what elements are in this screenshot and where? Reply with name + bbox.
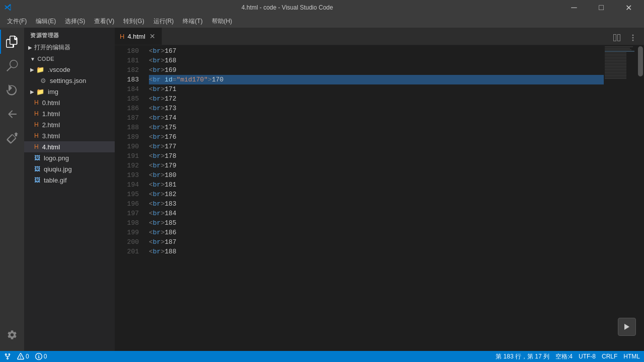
code-line-191: <br>178 [149, 151, 604, 161]
line-num-192: 192 [115, 161, 139, 170]
spaces-item[interactable]: 空格:4 [555, 352, 573, 361]
file-1html-label: 1.html [42, 110, 60, 118]
line-num-194: 194 [115, 180, 139, 190]
menu-edit[interactable]: 编辑(E) [32, 16, 60, 27]
sidebar: 资源管理器 ▶ 打开的编辑器 ▼ CODE ▶ 📁 .vscode ⚙ sett… [24, 28, 115, 351]
code-editor[interactable]: 180 181 182 183 184 185 186 187 188 189 … [115, 45, 644, 351]
scrollbar-thumb[interactable] [638, 46, 643, 76]
code-line-199: <br>186 [149, 228, 604, 237]
errors-item[interactable]: 0 [17, 353, 29, 360]
cursor-position-item[interactable]: 第 183 行，第 17 列 [496, 352, 549, 361]
file-2html-label: 2.html [42, 121, 60, 129]
line-num-185: 185 [115, 94, 139, 104]
code-line-200: <br>187 [149, 237, 604, 247]
sidebar-item-img[interactable]: ▶ 📁 img [24, 86, 115, 97]
menu-view[interactable]: 查看(V) [90, 16, 118, 27]
code-line-195: <br>182 [149, 190, 604, 199]
line-ending-item[interactable]: CRLF [602, 353, 617, 360]
code-section[interactable]: ▼ CODE [24, 54, 115, 64]
menu-help[interactable]: 帮助(H) [208, 16, 236, 27]
more-actions-icon[interactable] [626, 31, 640, 45]
warnings-item[interactable]: 0 [35, 353, 47, 360]
main-layout: 资源管理器 ▶ 打开的编辑器 ▼ CODE ▶ 📁 .vscode ⚙ sett… [0, 28, 644, 351]
chevron-right-icon: ▶ [30, 67, 34, 72]
run-button[interactable] [618, 318, 636, 336]
sidebar-item-4html[interactable]: H 4.html [24, 141, 115, 152]
open-editors-section[interactable]: ▶ 打开的编辑器 [24, 41, 115, 54]
activity-source-control-icon[interactable] [0, 78, 24, 102]
menu-select[interactable]: 选择(S) [61, 16, 89, 27]
vscode-folder-label: .vscode [48, 66, 70, 73]
activity-search-icon[interactable] [0, 54, 24, 78]
menu-goto[interactable]: 转到(G) [119, 16, 148, 27]
line-num-196: 196 [115, 199, 139, 209]
line-num-198: 198 [115, 218, 139, 228]
maximize-button[interactable]: □ [590, 0, 613, 15]
activity-extensions-icon[interactable] [0, 126, 24, 150]
errors-count: 0 [26, 353, 29, 360]
sidebar-item-1html[interactable]: H 1.html [24, 108, 115, 119]
line-num-195: 195 [115, 190, 139, 199]
code-line-185: <br>172 [149, 94, 604, 104]
chevron-right-icon: ▶ [30, 89, 34, 95]
status-bar: 0 0 第 183 行，第 17 列 空格:4 UTF-8 CRLF HTML [0, 351, 644, 362]
code-line-180: <br>167 [149, 46, 604, 56]
code-line-201: <br>188 [149, 247, 604, 256]
code-lines[interactable]: <br>167 <br>168 <br>169 <br id="mid170">… [145, 45, 604, 351]
menu-terminal[interactable]: 终端(T) [179, 16, 206, 27]
sidebar-item-settings[interactable]: ⚙ settings.json [24, 75, 115, 86]
sidebar-item-logo[interactable]: 🖼 logo.png [24, 152, 115, 163]
vertical-scrollbar[interactable] [637, 45, 644, 351]
activity-debug-icon[interactable] [0, 102, 24, 126]
file-tree: ▶ 📁 .vscode ⚙ settings.json ▶ 📁 img H 0.… [24, 64, 115, 351]
line-num-188: 188 [115, 123, 139, 132]
status-bar-right: 第 183 行，第 17 列 空格:4 UTF-8 CRLF HTML [496, 352, 640, 361]
sidebar-item-2html[interactable]: H 2.html [24, 119, 115, 130]
right-panel [604, 45, 644, 351]
sidebar-item-vscode[interactable]: ▶ 📁 .vscode [24, 64, 115, 75]
close-button[interactable]: ✕ [617, 0, 640, 15]
menu-file[interactable]: 文件(F) [3, 16, 31, 27]
chevron-down-icon: ▼ [30, 56, 35, 62]
split-editor-icon[interactable] [610, 31, 624, 45]
minimap [604, 45, 637, 351]
sidebar-item-3html[interactable]: H 3.html [24, 130, 115, 141]
file-0html-label: 0.html [42, 99, 60, 107]
sidebar-item-0html[interactable]: H 0.html [24, 97, 115, 108]
line-num-200: 200 [115, 237, 139, 247]
git-branch-item[interactable] [4, 353, 11, 360]
minimize-button[interactable]: ─ [562, 0, 586, 15]
code-line-182: <br>169 [149, 65, 604, 75]
activity-settings-icon[interactable] [0, 323, 24, 347]
sidebar-header: 资源管理器 [24, 28, 115, 41]
line-num-197: 197 [115, 209, 139, 218]
menu-run[interactable]: 运行(R) [149, 16, 178, 27]
code-line-192: <br>179 [149, 161, 604, 170]
encoding-item[interactable]: UTF-8 [579, 353, 596, 360]
code-line-186: <br>173 [149, 104, 604, 113]
line-num-187: 187 [115, 113, 139, 123]
code-line-193: <br>180 [149, 170, 604, 180]
tab-filename: 4.html [127, 33, 145, 40]
encoding-text: UTF-8 [579, 353, 596, 360]
line-num-201: 201 [115, 247, 139, 256]
line-num-191: 191 [115, 151, 139, 161]
line-num-184: 184 [115, 84, 139, 94]
tab-bar: H 4.html ✕ [115, 28, 644, 45]
sidebar-item-qiuqiu[interactable]: 🖼 qiuqiu.jpg [24, 163, 115, 174]
code-line-189: <br>176 [149, 132, 604, 142]
activity-bar-bottom [0, 323, 24, 347]
activity-explorer-icon[interactable] [0, 30, 24, 54]
tab-close-button[interactable]: ✕ [148, 32, 156, 40]
file-4html-label: 4.html [42, 143, 60, 151]
title-bar-controls: ─ □ ✕ [562, 0, 640, 15]
tab-4html[interactable]: H 4.html ✕ [115, 28, 162, 45]
img-folder-label: img [48, 88, 58, 96]
code-line-197: <br>184 [149, 209, 604, 218]
open-editors-label: 打开的编辑器 [34, 43, 70, 52]
sidebar-item-table[interactable]: 🖼 table.gif [24, 174, 115, 186]
language-item[interactable]: HTML [623, 353, 640, 360]
spaces-text: 空格:4 [555, 352, 573, 361]
status-bar-left: 0 0 [4, 353, 47, 360]
file-3html-label: 3.html [42, 132, 60, 140]
